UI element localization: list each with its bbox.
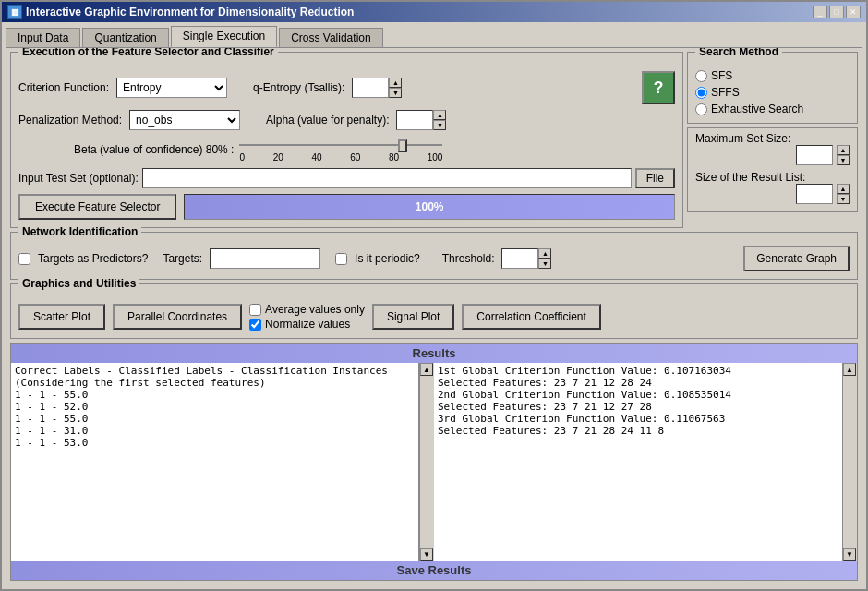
save-results-button[interactable]: Save Results xyxy=(11,561,857,580)
max-set-label: Maximum Set Size: xyxy=(695,132,790,145)
result-list-input-row: 5 ▲ ▼ xyxy=(695,184,850,204)
left-line-0: Correct Labels - Classified Labels - Cla… xyxy=(15,365,415,377)
sffs-radio-row: SFFS xyxy=(695,86,850,99)
tab-cross-validation[interactable]: Cross Validation xyxy=(279,28,382,47)
avg-values-row: Average values only xyxy=(249,303,365,316)
main-window: ▦ Interactive Graphic Environment for Di… xyxy=(0,0,868,591)
targets-input[interactable] xyxy=(210,248,320,269)
right-panel: Search Method SFS SFFS Exhaustive Search xyxy=(687,52,858,228)
threshold-spinbtns: ▲ ▼ xyxy=(538,248,551,269)
result-list-up[interactable]: ▲ xyxy=(837,184,850,194)
penalization-row: Penalization Method: no_obs Alpha (value… xyxy=(18,110,675,130)
left-line-7: 1 - 1 - 53.0 xyxy=(15,437,415,449)
signal-plot-button[interactable]: Signal Plot xyxy=(372,304,454,330)
generate-button[interactable]: Generate Graph xyxy=(743,246,850,271)
criterion-label: Criterion Function: xyxy=(18,81,109,94)
maximize-button[interactable]: □ xyxy=(829,6,844,18)
minimize-button[interactable]: _ xyxy=(813,6,827,18)
results-right[interactable]: 1st Global Criterion Function Value: 0.1… xyxy=(434,363,842,561)
tab-input-data[interactable]: Input Data xyxy=(6,28,80,47)
threshold-input[interactable]: 0,5 xyxy=(501,248,538,269)
execute-button[interactable]: Execute Feature Selector xyxy=(18,194,176,220)
tick-100: 100 xyxy=(428,152,443,163)
is-periodic-label: Is it periodic? xyxy=(355,252,420,265)
avg-values-checkbox[interactable] xyxy=(249,304,261,316)
left-scroll-track xyxy=(420,376,434,548)
slider-thumb[interactable] xyxy=(398,139,407,152)
beta-slider-container: 0 20 40 60 80 100 xyxy=(239,136,675,163)
is-periodic-checkbox[interactable] xyxy=(335,253,347,265)
result-list-down[interactable]: ▼ xyxy=(837,194,850,204)
left-line-1: (Considering the first selected features… xyxy=(15,377,415,389)
q-entropy-label: q-Entropy (Tsallis): xyxy=(253,81,344,94)
close-button[interactable]: ✕ xyxy=(846,6,861,18)
alpha-input[interactable]: 1 xyxy=(396,110,433,130)
right-scroll-track xyxy=(843,376,857,548)
help-button[interactable]: ? xyxy=(642,71,675,104)
threshold-spin: 0,5 ▲ ▼ xyxy=(501,248,551,269)
search-method-title: Search Method xyxy=(695,47,782,58)
normalize-label: Normalize values xyxy=(265,318,350,331)
tab-single-execution[interactable]: Single Execution xyxy=(171,26,277,47)
sfs-radio[interactable] xyxy=(695,70,707,82)
sffs-label: SFFS xyxy=(711,86,740,99)
alpha-down[interactable]: ▼ xyxy=(433,120,446,130)
max-set-down[interactable]: ▼ xyxy=(837,155,850,165)
max-set-input[interactable]: 10 xyxy=(796,145,833,165)
q-entropy-up[interactable]: ▲ xyxy=(389,78,402,88)
scatter-plot-button[interactable]: Scatter Plot xyxy=(18,304,105,330)
result-list-input[interactable]: 5 xyxy=(796,184,833,204)
tick-40: 40 xyxy=(311,152,321,163)
alpha-label: Alpha (value for penalty): xyxy=(266,114,389,127)
left-scroll-up[interactable]: ▲ xyxy=(420,363,433,376)
alpha-spin: 1 ▲ ▼ xyxy=(396,110,446,130)
window-title: Interactive Graphic Environment for Dime… xyxy=(26,6,354,18)
beta-slider-track[interactable] xyxy=(239,138,442,151)
correlation-button[interactable]: Correlation Coefficient xyxy=(462,304,601,330)
results-left-scroll: Correct Labels - Classified Labels - Cla… xyxy=(11,363,434,561)
input-test-label: Input Test Set (optional): xyxy=(18,172,139,185)
right-line-4: Selected Features: 23 7 21 12 27 28 xyxy=(438,401,838,413)
normalize-row: Normalize values xyxy=(249,318,365,331)
normalize-checkbox[interactable] xyxy=(249,319,261,331)
progress-bar: 100% xyxy=(184,194,675,220)
results-left[interactable]: Correct Labels - Classified Labels - Cla… xyxy=(11,363,419,561)
threshold-up[interactable]: ▲ xyxy=(538,248,551,259)
left-line-3: 1 - 1 - 55.0 xyxy=(15,389,415,401)
max-set-up[interactable]: ▲ xyxy=(837,145,850,155)
right-line-7: Selected Features: 23 7 21 28 24 11 8 xyxy=(438,425,838,437)
left-scroll-down[interactable]: ▼ xyxy=(420,548,433,561)
tab-quantization[interactable]: Quantization xyxy=(82,28,168,47)
sffs-radio[interactable] xyxy=(695,87,707,99)
q-entropy-input[interactable]: 1 xyxy=(352,78,389,98)
q-entropy-down[interactable]: ▼ xyxy=(389,88,402,98)
parallel-coords-button[interactable]: Parallel Coordinates xyxy=(113,304,242,330)
execution-title: Execution of the Feature Selector and Cl… xyxy=(18,47,278,58)
title-bar-controls: _ □ ✕ xyxy=(813,6,861,18)
max-set-spinbtns: ▲ ▼ xyxy=(837,145,850,165)
beta-label: Beta (value of confidence) 80% : xyxy=(74,143,234,156)
right-line-1: Selected Features: 23 7 21 12 28 24 xyxy=(438,377,838,389)
penalization-label: Penalization Method: xyxy=(18,114,122,127)
criterion-select[interactable]: Entropy xyxy=(116,78,227,98)
tick-60: 60 xyxy=(350,152,360,163)
targets-predictors-checkbox[interactable] xyxy=(18,253,30,265)
file-button[interactable]: File xyxy=(635,168,675,188)
input-test-input[interactable] xyxy=(142,168,632,188)
tabs-bar: Input Data Quantization Single Execution… xyxy=(2,22,866,47)
search-method-section: Search Method SFS SFFS Exhaustive Search xyxy=(687,52,858,124)
targets-label: Targets: xyxy=(163,252,202,265)
q-entropy-spinbtns: ▲ ▼ xyxy=(389,78,402,98)
exhaustive-radio[interactable] xyxy=(695,103,707,115)
sfs-label: SFS xyxy=(711,69,732,82)
title-bar: ▦ Interactive Graphic Environment for Di… xyxy=(2,2,866,22)
left-line-6: 1 - 1 - 31.0 xyxy=(15,425,415,437)
network-title: Network Identification xyxy=(18,225,141,238)
alpha-up[interactable]: ▲ xyxy=(433,110,446,120)
right-scroll-up[interactable]: ▲ xyxy=(843,363,856,376)
threshold-down[interactable]: ▼ xyxy=(538,259,551,269)
right-scroll-down[interactable]: ▼ xyxy=(843,548,856,561)
results-header: Results xyxy=(11,344,857,363)
penalization-select[interactable]: no_obs xyxy=(129,110,240,130)
result-list-spinbtns: ▲ ▼ xyxy=(837,184,850,204)
